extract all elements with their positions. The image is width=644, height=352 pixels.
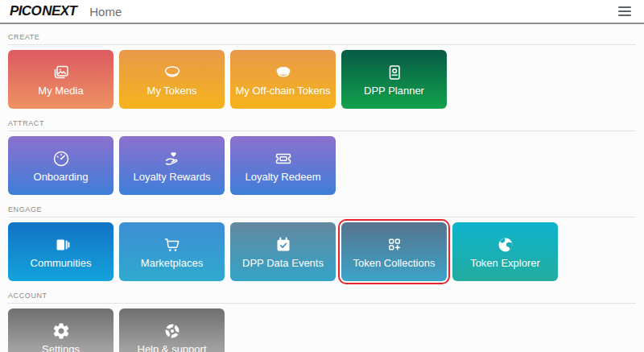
- tile-row: Communities Marketplaces DPP Data Events…: [8, 222, 636, 281]
- tile-label: Marketplaces: [141, 257, 203, 269]
- passport-icon: [385, 63, 404, 82]
- tile-label: DPP Data Events: [242, 257, 324, 269]
- tile-label: Settings: [42, 343, 80, 352]
- globe-icon: [496, 235, 515, 255]
- collection-add-icon: [385, 235, 404, 255]
- tile-my-tokens[interactable]: My Tokens: [119, 50, 225, 109]
- tile-settings[interactable]: Settings: [8, 309, 114, 352]
- tile-label: Token Collections: [353, 257, 436, 269]
- speedometer-icon: [52, 149, 71, 168]
- tile-marketplaces[interactable]: Marketplaces: [119, 222, 225, 281]
- cards-stack-icon: [52, 235, 71, 255]
- section-label: ACCOUNT: [8, 291, 636, 300]
- section-engage: ENGAGE Communities Marketplaces DPP Data…: [8, 205, 636, 281]
- hamburger-bar: [618, 10, 631, 13]
- cart-icon: [163, 235, 182, 255]
- section-label: ENGAGE: [8, 205, 636, 214]
- hamburger-bar: [618, 6, 631, 9]
- tile-loyalty-rewards[interactable]: Loyalty Rewards: [119, 136, 225, 195]
- tile-my-media[interactable]: My Media: [8, 50, 114, 109]
- app-root: PICO NEXT Home CREATE My Media My Tokens…: [0, 0, 644, 352]
- section-label: ATTRACT: [8, 118, 636, 128]
- hamburger-menu-icon[interactable]: [615, 3, 634, 20]
- tile-label: Communities: [31, 257, 92, 269]
- tile-label: Token Explorer: [470, 257, 540, 269]
- tile-label: Onboarding: [34, 171, 89, 183]
- hamburger-bar: [618, 14, 631, 17]
- brand-logo: PICO NEXT: [10, 3, 76, 19]
- tile-label: My Media: [38, 85, 83, 97]
- section-divider: [8, 303, 636, 304]
- tile-token-collections[interactable]: Token Collections: [341, 222, 447, 281]
- tile-loyalty-redeem[interactable]: Loyalty Redeem: [230, 136, 336, 195]
- tile-label: My Off-chain Tokens: [235, 85, 330, 97]
- tile-row: My Media My Tokens My Off-chain Tokens D…: [8, 50, 636, 109]
- section-create: CREATE My Media My Tokens My Off-chain T…: [8, 32, 636, 109]
- section-label: CREATE: [8, 32, 636, 42]
- section-divider: [8, 217, 636, 217]
- tile-onboarding[interactable]: Onboarding: [8, 136, 114, 195]
- tile-my-off-chain-tokens[interactable]: My Off-chain Tokens: [230, 50, 336, 109]
- tile-label: Loyalty Rewards: [133, 171, 210, 183]
- ticket-icon: [274, 149, 293, 168]
- gear-icon: [52, 321, 71, 341]
- tile-dpp-data-events[interactable]: DPP Data Events: [230, 222, 336, 281]
- tile-label: Loyalty Redeem: [246, 171, 321, 183]
- tile-communities[interactable]: Communities: [8, 222, 114, 281]
- coin-outline-icon: [163, 63, 182, 82]
- tile-label: Help & support: [138, 343, 207, 352]
- coin-filled-icon: [274, 63, 293, 82]
- tile-row: Settings Help & support: [8, 309, 636, 352]
- lifebuoy-icon: [163, 321, 182, 341]
- tile-label: DPP Planner: [364, 85, 424, 97]
- page-title: Home: [89, 5, 122, 19]
- section-divider: [8, 44, 636, 45]
- topbar: PICO NEXT Home: [0, 0, 644, 24]
- hand-heart-icon: [163, 149, 182, 168]
- section-attract: ATTRACT Onboarding Loyalty Rewards Loyal…: [8, 118, 636, 195]
- calendar-check-icon: [274, 235, 293, 255]
- section-divider: [8, 130, 636, 131]
- photos-icon: [52, 63, 71, 82]
- tile-token-explorer[interactable]: Token Explorer: [452, 222, 558, 281]
- tile-label: My Tokens: [147, 85, 197, 97]
- tile-dpp-planner[interactable]: DPP Planner: [341, 50, 447, 109]
- section-account: ACCOUNTSettings Help & support: [8, 291, 636, 352]
- dashboard-grid: CREATE My Media My Tokens My Off-chain T…: [0, 32, 644, 352]
- tile-row: Onboarding Loyalty Rewards Loyalty Redee…: [8, 136, 636, 195]
- tile-help-support[interactable]: Help & support: [119, 309, 225, 352]
